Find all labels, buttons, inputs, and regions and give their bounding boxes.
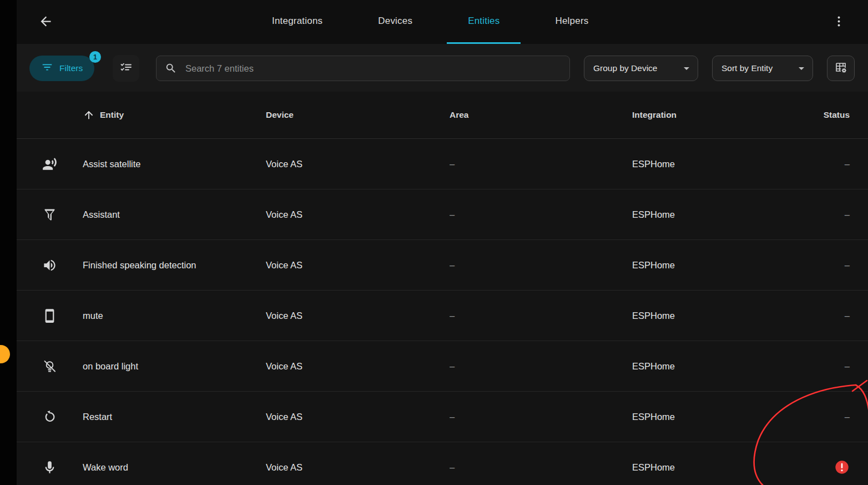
column-status[interactable]: Status: [799, 110, 868, 120]
entity-name: Restart: [83, 412, 266, 422]
back-button[interactable]: [36, 12, 55, 32]
entity-name: Assist satellite: [83, 159, 266, 169]
entity-area: –: [450, 412, 632, 422]
list-checks-icon: [119, 61, 133, 76]
entity-integration: ESPHome: [632, 260, 799, 271]
entity-status: –: [799, 412, 868, 422]
entity-icon-cell: [17, 460, 83, 475]
sort-ascending-icon[interactable]: [83, 109, 95, 121]
lightbulb-off-icon: [42, 359, 57, 374]
tab-helpers[interactable]: Helpers: [534, 0, 609, 44]
filters-button[interactable]: Filters: [29, 56, 94, 81]
entity-icon-cell: [17, 258, 83, 273]
entity-name: mute: [83, 311, 266, 321]
tab-integrations[interactable]: Integrations: [251, 0, 344, 44]
entity-integration: ESPHome: [632, 361, 799, 372]
entity-status: –: [799, 159, 868, 169]
selection-mode-button[interactable]: [113, 55, 139, 82]
dots-vertical-icon: [832, 14, 846, 31]
entity-integration: ESPHome: [632, 412, 799, 422]
error-status-icon[interactable]: [834, 459, 850, 475]
entity-device: Voice AS: [266, 209, 450, 220]
entity-device: Voice AS: [266, 361, 450, 372]
assist-satellite-icon: [42, 157, 57, 172]
table-header: Entity Device Area Integration Status: [17, 92, 868, 139]
entity-status: –: [799, 260, 868, 271]
entity-name: on board light: [83, 361, 266, 372]
entity-device: Voice AS: [266, 159, 450, 169]
column-area[interactable]: Area: [450, 110, 632, 120]
entity-status: –: [799, 209, 868, 220]
left-edge-strip: [0, 0, 17, 485]
entity-status: –: [799, 361, 868, 372]
table-settings-button[interactable]: [827, 56, 855, 81]
filters-label: Filters: [59, 63, 83, 73]
group-by-dropdown[interactable]: Group by Device: [584, 56, 698, 81]
entity-icon-cell: [17, 207, 83, 222]
entity-status: –: [799, 311, 868, 321]
entity-integration: ESPHome: [632, 159, 799, 169]
table-cog-icon: [834, 61, 847, 76]
table-row[interactable]: mute Voice AS – ESPHome –: [17, 291, 868, 341]
entity-name: Finished speaking detection: [83, 260, 266, 271]
entity-device: Voice AS: [266, 412, 450, 422]
entity-icon-cell: [17, 157, 83, 172]
search-icon: [165, 62, 177, 74]
entity-area: –: [450, 361, 632, 372]
filter-outline-icon: [42, 207, 57, 222]
entity-area: –: [450, 159, 632, 169]
table-row[interactable]: Restart Voice AS – ESPHome –: [17, 392, 868, 442]
sort-by-label: Sort by Entity: [721, 63, 773, 73]
chevron-down-icon: [680, 62, 693, 75]
table-row[interactable]: Assistant Voice AS – ESPHome –: [17, 189, 868, 240]
nav-tabs: Integrations Devices Entities Helpers: [251, 0, 609, 44]
volume-high-icon: [42, 258, 57, 273]
table-row[interactable]: on board light Voice AS – ESPHome –: [17, 341, 868, 392]
restart-icon: [42, 409, 57, 424]
chevron-down-icon: [795, 62, 808, 75]
table-row[interactable]: Wake word Voice AS – ESPHome: [17, 442, 868, 485]
column-device[interactable]: Device: [266, 110, 450, 120]
app-header: Integrations Devices Entities Helpers: [0, 0, 868, 44]
column-entity-label: Entity: [100, 110, 124, 120]
tab-devices[interactable]: Devices: [357, 0, 433, 44]
entity-area: –: [450, 462, 632, 473]
table-row[interactable]: Assist satellite Voice AS – ESPHome –: [17, 139, 868, 189]
search-input[interactable]: [184, 63, 561, 74]
tab-entities[interactable]: Entities: [447, 0, 521, 44]
overflow-menu-button[interactable]: [830, 12, 847, 32]
entity-device: Voice AS: [266, 462, 450, 473]
table-body: Assist satellite Voice AS – ESPHome – As…: [17, 139, 868, 485]
entity-name: Assistant: [83, 209, 266, 220]
entity-status: [799, 459, 868, 475]
entity-area: –: [450, 260, 632, 271]
entity-name: Wake word: [83, 462, 266, 473]
entity-area: –: [450, 209, 632, 220]
entities-page: Integrations Devices Entities Helpers Fi…: [0, 0, 868, 485]
entity-integration: ESPHome: [632, 311, 799, 321]
table-row[interactable]: Finished speaking detection Voice AS – E…: [17, 240, 868, 291]
search-field[interactable]: [156, 56, 570, 81]
entity-icon-cell: [17, 409, 83, 424]
entity-icon-cell: [17, 308, 83, 323]
entity-integration: ESPHome: [632, 462, 799, 473]
filters-count-badge: 1: [89, 51, 101, 63]
column-entity[interactable]: Entity: [83, 109, 266, 121]
cellphone-icon: [42, 308, 57, 323]
microphone-icon: [42, 460, 57, 475]
entity-device: Voice AS: [266, 311, 450, 321]
group-by-label: Group by Device: [593, 63, 657, 73]
entity-integration: ESPHome: [632, 209, 799, 220]
entity-icon-cell: [17, 359, 83, 374]
column-integration[interactable]: Integration: [632, 110, 799, 120]
entity-area: –: [450, 311, 632, 321]
filter-variant-icon: [41, 61, 53, 76]
sort-by-dropdown[interactable]: Sort by Entity: [712, 56, 813, 81]
entities-table: Entity Device Area Integration Status As…: [17, 92, 868, 485]
entity-device: Voice AS: [266, 260, 450, 271]
arrow-left-icon: [38, 14, 53, 31]
